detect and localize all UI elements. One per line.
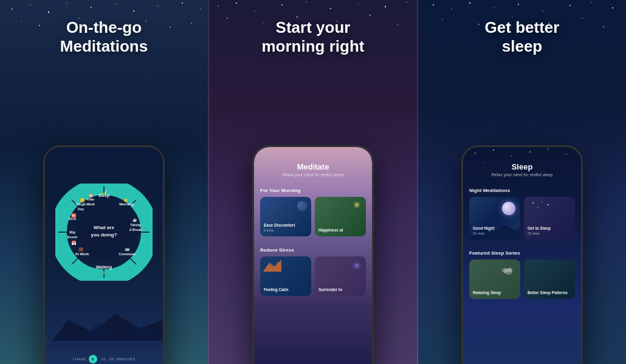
svg-point-7 (157, 5, 158, 6)
card-ease-discomfort: Ease Discomfort 5 mins (260, 197, 311, 236)
svg-text:What are: What are (94, 225, 114, 230)
svg-point-57 (330, 8, 331, 9)
panel-3-title: Get better sleep (473, 18, 572, 56)
svg-point-15 (170, 27, 171, 28)
svg-point-107 (504, 273, 506, 275)
svg-point-76 (451, 9, 452, 10)
svg-point-82 (591, 2, 591, 2)
phone-3-section2-title: Featured Sleep Series (469, 250, 575, 256)
phone-2-section-stress: Reduce Stress Feeling Calm (254, 242, 372, 298)
svg-point-106 (507, 268, 512, 272)
card2-label: Happiness at (318, 228, 343, 233)
svg-text:Event: Event (67, 235, 77, 239)
card1-label: Ease Discomfort 5 mins (264, 223, 295, 233)
svg-text:📅: 📅 (71, 240, 77, 246)
phone-2-header-subtitle: Relax your mind for restful sleep (261, 173, 365, 177)
svg-point-63 (297, 16, 298, 18)
svg-point-0 (12, 9, 13, 10)
svg-text:After: After (87, 197, 95, 201)
svg-text:At Work: At Work (75, 252, 90, 256)
svg-point-77 (469, 2, 470, 4)
phone-2-section-morning: For Your Morning Ease Discomfort 5 mins (254, 183, 372, 239)
card-better-sleep: Better Sleep Patterns (524, 259, 575, 299)
svg-text:🚌: 🚌 (125, 246, 130, 252)
panel-sleep: Get better sleep Sleep Relax your mind f… (418, 0, 626, 364)
phone-2-card-row-1: Ease Discomfort 5 mins Happiness at (260, 197, 366, 236)
svg-point-53 (236, 2, 237, 4)
svg-point-74 (355, 264, 359, 267)
svg-point-2 (48, 12, 49, 13)
svg-text:Walking: Walking (96, 265, 112, 270)
phone-3-card-row-2: Relaxing Sleep Better Sleep Patterns (469, 259, 575, 299)
svg-text:Tough: Tough (76, 202, 86, 206)
svg-point-91 (493, 149, 494, 151)
svg-point-95 (566, 154, 566, 154)
svg-point-16 (191, 22, 192, 24)
svg-point-67 (297, 201, 307, 211)
svg-point-70 (356, 204, 358, 206)
card-get-to-sleep: Get to Sleep 15 mins (524, 197, 575, 239)
svg-text:Morning: Morning (119, 202, 134, 206)
card-feeling-calm: Feeling Calm (260, 256, 311, 296)
svg-point-11 (39, 25, 40, 26)
svg-point-60 (406, 2, 407, 3)
svg-text:🆘: 🆘 (71, 213, 77, 218)
card-surrender: Surrender to (315, 256, 366, 296)
phone-3-card-row-1: Good Night 10 mins Get to (469, 197, 575, 239)
phone-mockup-3: Sleep Relax your mind for restful sleep … (461, 145, 583, 364)
phone-2-header-title: Meditate (261, 162, 365, 171)
phone-mockup-1: What are you doing? Sleep Morning Taking… (43, 145, 165, 364)
svg-text:Big: Big (69, 230, 75, 234)
svg-point-56 (306, 1, 307, 2)
svg-point-92 (511, 156, 512, 156)
svg-text:🌙: 🌙 (101, 189, 107, 194)
phone-2-card-row-2: Feeling Calm Surrender to (260, 256, 366, 296)
svg-point-58 (357, 3, 358, 4)
meditation-wheel: What are you doing? Sleep Morning Taking… (55, 184, 153, 281)
svg-point-97 (520, 165, 521, 166)
svg-point-89 (603, 26, 604, 27)
svg-text:☀️: ☀️ (123, 197, 129, 203)
svg-rect-51 (45, 341, 163, 350)
svg-point-102 (548, 204, 549, 205)
panel-morning: Start your morning right Meditate Relax … (208, 0, 418, 364)
svg-point-6 (133, 10, 134, 12)
svg-point-5 (115, 4, 116, 5)
phone-2-section1-title: For Your Morning (260, 188, 366, 193)
card-relaxing-sleep: Relaxing Sleep (469, 259, 520, 299)
svg-point-86 (512, 16, 512, 17)
svg-text:🏠: 🏠 (88, 193, 94, 198)
card-better-sleep-label: Better Sleep Patterns (528, 290, 568, 295)
card4-label: Surrender to (318, 287, 342, 292)
svg-point-84 (442, 19, 443, 20)
svg-point-78 (494, 7, 494, 7)
card-relaxing-sleep-label: Relaxing Sleep (473, 290, 501, 295)
svg-point-3 (66, 2, 67, 3)
svg-point-9 (200, 9, 201, 10)
minutes-bar: I HAVE 5 10 20 MINUTES (45, 355, 163, 363)
svg-point-66 (397, 24, 397, 24)
svg-text:you doing?: you doing? (91, 232, 117, 238)
svg-point-83 (612, 7, 613, 9)
svg-point-105 (502, 268, 508, 273)
svg-point-96 (484, 162, 484, 162)
svg-point-80 (542, 10, 543, 12)
card-good-night: Good Night 10 mins (469, 197, 520, 239)
svg-point-55 (281, 4, 283, 5)
svg-point-59 (385, 6, 386, 7)
svg-point-98 (557, 160, 557, 160)
svg-point-54 (254, 10, 255, 11)
phone-2-section2-title: Reduce Stress (260, 247, 366, 253)
svg-point-4 (91, 7, 92, 8)
card3-label: Feeling Calm (264, 287, 288, 292)
card-get-to-sleep-label: Get to Sleep 15 mins (528, 226, 551, 236)
svg-text:🚶: 🚶 (101, 270, 107, 276)
card-happiness: Happiness at (315, 197, 366, 236)
svg-point-79 (518, 4, 519, 5)
svg-text:Work: Work (86, 202, 95, 206)
card-good-night-label: Good Night 10 mins (473, 226, 494, 236)
phone-mockup-2: Meditate Relax your mind for restful sle… (252, 145, 374, 364)
panel-1-title: On-the-go Meditations (48, 18, 160, 56)
svg-text:😔: 😔 (80, 197, 85, 203)
svg-point-103 (537, 207, 538, 208)
